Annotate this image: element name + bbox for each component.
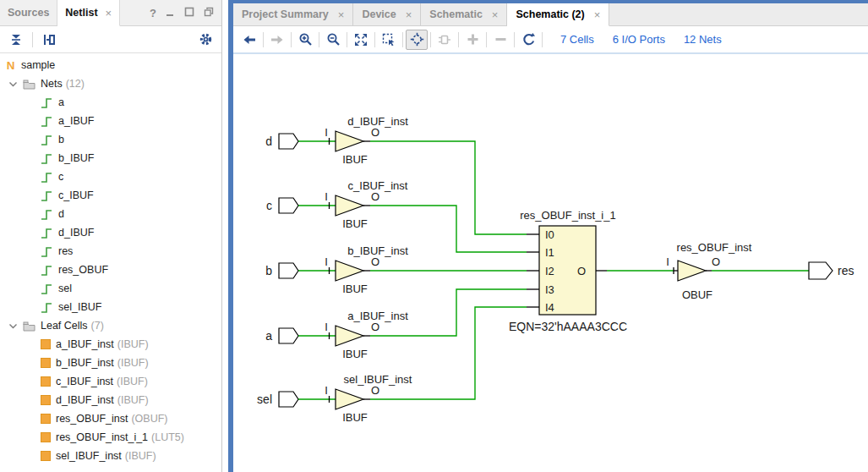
pin-label: I2 xyxy=(545,265,554,277)
input-port-a[interactable] xyxy=(279,328,298,343)
pin-label: O xyxy=(371,190,379,203)
regenerate-icon[interactable] xyxy=(517,30,539,50)
tree-item-sample[interactable]: Nsample xyxy=(0,56,221,74)
tree-item-label: c xyxy=(58,171,63,183)
type-label: IBUF xyxy=(342,153,368,166)
tree-item-type: (IBUF) xyxy=(117,357,149,369)
tree-item-b_ibuf_inst[interactable]: b_IBUF_inst(IBUF) xyxy=(0,354,221,372)
minus-icon[interactable] xyxy=(489,30,511,50)
tree-item-c_ibuf_inst[interactable]: c_IBUF_inst(IBUF) xyxy=(0,372,221,391)
io-ports-link[interactable]: 6 I/O Ports xyxy=(613,33,665,46)
tree-item-d_ibuf_inst[interactable]: d_IBUF_inst(IBUF) xyxy=(0,391,221,409)
tree-item-a_ibuf_inst[interactable]: a_IBUF_inst(IBUF) xyxy=(0,335,221,354)
tree-item-type: (LUT5) xyxy=(151,431,184,443)
close-icon[interactable]: × xyxy=(106,7,112,19)
tree-item-label: c_IBUF xyxy=(58,189,94,201)
tree-item-label: b_IBUF xyxy=(58,152,94,164)
schematic-toolbar: 7 Cells 6 I/O Ports 12 Nets xyxy=(233,26,868,54)
pin-label: I xyxy=(666,255,669,268)
zoom-to-selection-icon[interactable] xyxy=(378,30,400,50)
pin-label: O xyxy=(712,255,720,268)
ibuf-d[interactable] xyxy=(336,131,363,151)
instance-label: a_IBUF_inst xyxy=(347,310,408,322)
tree-item-b[interactable]: b xyxy=(0,130,221,149)
tree-item-a[interactable]: a xyxy=(0,93,221,112)
close-icon[interactable]: × xyxy=(338,8,345,21)
schematic-canvas[interactable]: d I O d_IBUF_inst IBUF c I O c_IBUF_inst… xyxy=(234,55,868,472)
output-port-res[interactable] xyxy=(809,262,833,279)
folder-icon xyxy=(23,321,35,332)
tree-item-res_obuf_inst[interactable]: res_OBUF_inst(OBUF) xyxy=(0,409,221,428)
close-icon[interactable]: × xyxy=(406,8,412,21)
pin-label: O xyxy=(371,384,379,397)
help-icon[interactable]: ? xyxy=(150,7,156,19)
nets-link[interactable]: 12 Nets xyxy=(684,33,722,46)
input-port-d[interactable] xyxy=(279,134,298,149)
pin-label: O xyxy=(371,255,379,268)
ibuf-a[interactable] xyxy=(336,326,363,346)
zoom-in-icon[interactable] xyxy=(294,30,316,50)
right-tab-bar: Project Summary × Device × Schematic × S… xyxy=(233,3,868,26)
plus-icon[interactable] xyxy=(461,30,483,50)
tab-schematic-2[interactable]: Schematic (2) × xyxy=(507,3,609,26)
tree-item-res_obuf_inst_i_1[interactable]: res_OBUF_inst_i_1(LUT5) xyxy=(0,428,221,447)
tree-item-leaf-cells[interactable]: Leaf Cells(7) xyxy=(0,316,221,335)
close-icon[interactable]: × xyxy=(594,8,601,21)
pin-label: I xyxy=(325,255,328,268)
tab-schematic[interactable]: Schematic × xyxy=(421,3,507,25)
tree-item-c[interactable]: c xyxy=(0,167,221,186)
cells-link[interactable]: 7 Cells xyxy=(560,33,594,46)
obuf-body[interactable] xyxy=(678,261,706,281)
tree-item-b_ibuf[interactable]: b_IBUF xyxy=(0,149,221,167)
tree-item-d_ibuf[interactable]: d_IBUF xyxy=(0,223,221,242)
tab-project-summary[interactable]: Project Summary × xyxy=(233,3,353,25)
zoom-fit-icon[interactable] xyxy=(350,30,372,50)
buffer-row-c: c I O c_IBUF_inst IBUF xyxy=(266,179,527,252)
pin-label: I xyxy=(325,384,328,397)
net-icon xyxy=(41,227,53,239)
minimize-icon[interactable] xyxy=(166,7,175,19)
tab-device[interactable]: Device × xyxy=(353,3,421,25)
tree-item-label: d_IBUF_inst xyxy=(56,394,114,406)
tree-item-res[interactable]: res xyxy=(0,242,221,261)
forward-button[interactable] xyxy=(266,30,288,50)
pin-label: I1 xyxy=(545,246,554,259)
buffer-row-d: d I O d_IBUF_inst IBUF xyxy=(265,115,527,234)
tree-item-nets[interactable]: Nets(12) xyxy=(0,74,221,93)
input-port-sel[interactable] xyxy=(279,392,298,407)
cell-icon xyxy=(41,414,51,424)
tree-item-c_ibuf[interactable]: c_IBUF xyxy=(0,186,221,205)
settings-gear-icon[interactable] xyxy=(195,30,216,50)
maximize-icon[interactable] xyxy=(184,7,194,19)
tree-item-sel_ibuf[interactable]: sel_IBUF xyxy=(0,298,221,316)
collapse-all-button[interactable] xyxy=(6,30,26,50)
ibuf-c[interactable] xyxy=(336,195,363,216)
chevron-down-icon[interactable] xyxy=(8,80,18,89)
net-icon xyxy=(41,264,53,277)
tree-item-sel_ibuf_inst[interactable]: sel_IBUF_inst(IBUF) xyxy=(0,447,221,465)
tree-item-label: res_OBUF_inst xyxy=(56,413,128,425)
float-icon[interactable] xyxy=(204,7,214,19)
ibuf-b[interactable] xyxy=(336,261,363,281)
pin-label: O xyxy=(371,126,379,139)
tree-item-label: res xyxy=(58,245,73,257)
tree-item-d[interactable]: d xyxy=(0,205,221,223)
autofit-selection-toggle[interactable] xyxy=(406,30,428,50)
close-icon[interactable]: × xyxy=(492,8,499,21)
chevron-down-icon[interactable] xyxy=(8,321,18,331)
buffer-row-a: a I O a_IBUF_inst IBUF xyxy=(265,289,527,360)
cell-icon xyxy=(41,395,51,405)
add-cell-icon[interactable] xyxy=(434,30,456,50)
tab-sources[interactable]: Sources xyxy=(0,0,57,25)
input-port-c[interactable] xyxy=(279,198,298,213)
input-port-b[interactable] xyxy=(279,263,298,278)
tree-item-res_obuf[interactable]: res_OBUF xyxy=(0,261,221,279)
tree-item-label: sel_IBUF_inst xyxy=(56,450,122,462)
tree-item-a_ibuf[interactable]: a_IBUF xyxy=(0,112,221,130)
back-button[interactable] xyxy=(238,30,260,50)
zoom-out-icon[interactable] xyxy=(322,30,344,50)
tab-netlist[interactable]: Netlist × xyxy=(57,0,120,26)
tree-item-sel[interactable]: sel xyxy=(0,279,221,298)
expand-netlist-button[interactable] xyxy=(39,30,59,50)
ibuf-sel[interactable] xyxy=(336,389,363,409)
